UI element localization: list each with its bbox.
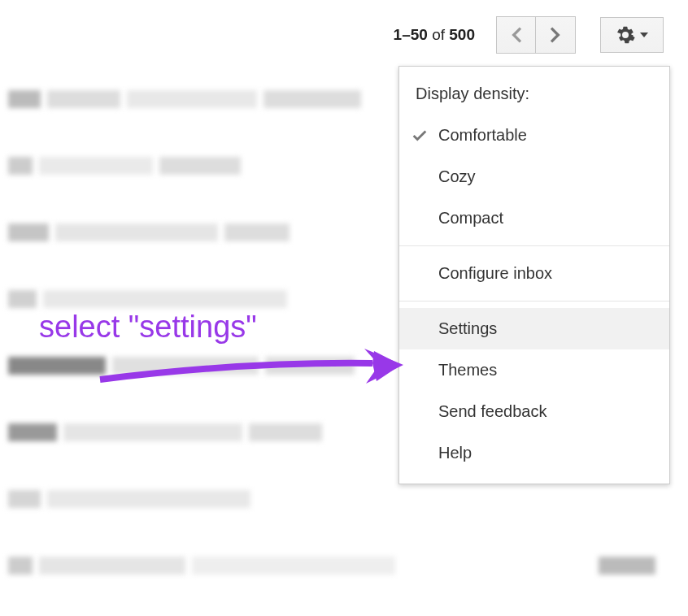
pagination-range: 1–50 (394, 26, 428, 43)
prev-button[interactable] (497, 17, 536, 53)
settings-item[interactable]: Settings (399, 308, 669, 349)
themes-label: Themes (438, 361, 497, 380)
settings-menu: Display density: Comfortable Cozy Compac… (398, 66, 670, 484)
menu-divider (399, 301, 669, 301)
pagination-of: of (432, 26, 445, 43)
density-compact-label: Compact (438, 209, 503, 228)
send-feedback-item[interactable]: Send feedback (399, 391, 669, 432)
next-button[interactable] (536, 17, 575, 53)
check-icon (411, 127, 429, 145)
content-area: Display density: Comfortable Cozy Compac… (0, 66, 688, 616)
density-compact[interactable]: Compact (399, 197, 669, 239)
display-density-label: Display density: (399, 67, 669, 115)
gear-icon (616, 25, 635, 45)
configure-inbox-label: Configure inbox (438, 264, 552, 283)
toolbar: 1–50 of 500 (0, 0, 688, 66)
menu-divider (399, 245, 669, 246)
density-comfortable-label: Comfortable (438, 126, 527, 145)
chevron-right-icon (550, 27, 561, 43)
pagination-total: 500 (449, 26, 475, 43)
settings-gear-button[interactable] (600, 17, 664, 53)
settings-label: Settings (438, 319, 497, 338)
pagination-text: 1–50 of 500 (394, 26, 475, 44)
themes-item[interactable]: Themes (399, 349, 669, 391)
caret-down-icon (640, 33, 648, 37)
pagination-nav (496, 16, 576, 54)
density-cozy-label: Cozy (438, 167, 476, 186)
send-feedback-label: Send feedback (438, 402, 546, 421)
density-comfortable[interactable]: Comfortable (399, 115, 669, 156)
help-label: Help (438, 444, 472, 462)
chevron-left-icon (511, 27, 522, 43)
density-cozy[interactable]: Cozy (399, 156, 669, 197)
configure-inbox[interactable]: Configure inbox (399, 253, 669, 294)
help-item[interactable]: Help (399, 432, 669, 474)
